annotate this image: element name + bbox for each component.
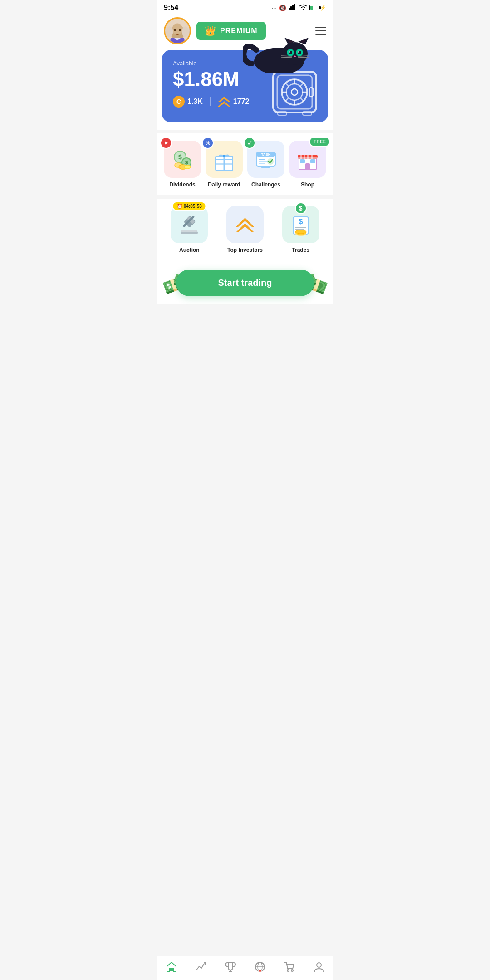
start-trading-button[interactable]: Start trading bbox=[176, 270, 314, 296]
svg-line-43 bbox=[285, 98, 289, 101]
nav-cart[interactable] bbox=[284, 961, 295, 973]
coins-stat: C 1.3K bbox=[173, 96, 203, 108]
svg-marker-47 bbox=[165, 141, 168, 145]
svg-point-104 bbox=[287, 970, 289, 971]
svg-text:$: $ bbox=[185, 160, 188, 165]
timer-value: 04:05:53 bbox=[184, 204, 202, 209]
home-icon bbox=[166, 961, 177, 973]
nav-chart[interactable] bbox=[195, 961, 207, 973]
coins-value: 1.3K bbox=[187, 98, 203, 106]
grid-3-items: ⏰ 04:05:53 Auction bbox=[164, 206, 326, 253]
svg-text:$: $ bbox=[299, 218, 303, 225]
nav-trophy[interactable] bbox=[225, 961, 236, 973]
cellular-icon bbox=[289, 4, 297, 12]
svg-rect-1 bbox=[290, 6, 292, 10]
svg-point-23 bbox=[289, 51, 290, 53]
trades-icon-box: $ $ bbox=[282, 206, 319, 243]
svg-rect-74 bbox=[307, 155, 309, 159]
dividends-icon-box: $ $ bbox=[164, 141, 201, 178]
shop-label: Shop bbox=[301, 181, 314, 188]
dividends-label: Dividends bbox=[169, 181, 195, 188]
svg-point-8 bbox=[182, 26, 189, 37]
top-investors-card[interactable]: Top Investors bbox=[220, 206, 271, 253]
nav-profile[interactable] bbox=[313, 961, 325, 973]
balance-section: Available $1.86M C 1.3K 1772 bbox=[157, 50, 333, 130]
status-time: 9:54 bbox=[164, 4, 178, 12]
hamburger-line-1 bbox=[315, 27, 326, 28]
svg-point-13 bbox=[282, 42, 308, 65]
top-investors-icon-box bbox=[226, 206, 264, 243]
avatar-image bbox=[165, 19, 190, 43]
hamburger-line-3 bbox=[315, 34, 326, 35]
shop-icon bbox=[295, 147, 320, 172]
second-grid-section: ⏰ 04:05:53 Auction bbox=[157, 199, 333, 260]
svg-point-105 bbox=[291, 970, 293, 971]
status-bar: 9:54 ··· 🔇 ⚡ bbox=[157, 0, 333, 14]
svg-point-106 bbox=[317, 963, 321, 967]
coin-icon: C bbox=[173, 96, 185, 108]
avatar[interactable] bbox=[164, 17, 191, 44]
svg-rect-59 bbox=[216, 163, 233, 165]
bottom-nav bbox=[157, 956, 333, 980]
top-investors-label: Top Investors bbox=[227, 247, 263, 253]
hamburger-line-2 bbox=[315, 30, 326, 32]
svg-point-6 bbox=[172, 24, 182, 35]
svg-line-42 bbox=[300, 83, 304, 87]
svg-line-28 bbox=[281, 57, 292, 58]
svg-rect-93 bbox=[170, 969, 173, 971]
auction-icon-box: ⏰ 04:05:53 bbox=[171, 206, 208, 243]
rank-stat: 1772 bbox=[218, 97, 250, 107]
challenges-icon-box: ✓ TASK bbox=[247, 141, 284, 178]
dividends-card[interactable]: $ $ Dividends bbox=[164, 141, 201, 188]
svg-point-58 bbox=[223, 155, 225, 157]
svg-rect-77 bbox=[300, 159, 305, 163]
trophy-icon bbox=[225, 961, 236, 973]
first-grid-section: $ $ Dividends % bbox=[157, 133, 333, 195]
svg-rect-83 bbox=[181, 230, 197, 232]
stat-divider bbox=[210, 97, 211, 106]
svg-point-103 bbox=[259, 970, 261, 972]
nav-globe[interactable] bbox=[254, 961, 266, 973]
rank-value: 1772 bbox=[233, 98, 250, 106]
trades-icon: $ bbox=[289, 212, 313, 237]
globe-icon bbox=[254, 961, 266, 973]
svg-point-92 bbox=[295, 230, 306, 234]
svg-line-27 bbox=[281, 56, 292, 56]
trading-section: 💵 💵 💵 💵 Start trading bbox=[157, 260, 333, 304]
mute-icon: 🔇 bbox=[279, 5, 286, 11]
daily-reward-badge: % bbox=[202, 137, 214, 149]
dividends-icon: $ $ bbox=[170, 147, 195, 172]
chart-icon bbox=[195, 961, 207, 973]
daily-reward-card[interactable]: % Daily reward bbox=[206, 141, 243, 188]
nav-home[interactable] bbox=[166, 961, 177, 973]
trades-dollar-badge: $ bbox=[295, 202, 307, 214]
challenges-card[interactable]: ✓ TASK Challenges bbox=[247, 141, 284, 188]
trades-card[interactable]: $ $ Trades bbox=[275, 206, 326, 253]
cart-icon bbox=[284, 961, 295, 973]
nav-spacer bbox=[157, 394, 333, 431]
empty-content-area bbox=[157, 304, 333, 394]
svg-rect-0 bbox=[289, 8, 290, 10]
auction-card[interactable]: ⏰ 04:05:53 Auction bbox=[164, 206, 215, 253]
svg-point-7 bbox=[166, 26, 173, 37]
auction-timer-badge: ⏰ 04:05:53 bbox=[172, 201, 206, 211]
svg-rect-73 bbox=[304, 155, 305, 159]
battery-bolt-icon: ⚡ bbox=[320, 5, 326, 11]
shop-card[interactable]: FREE bbox=[289, 141, 326, 188]
svg-line-41 bbox=[300, 98, 304, 101]
shop-icon-box: FREE bbox=[289, 141, 326, 178]
hamburger-menu[interactable] bbox=[315, 27, 326, 35]
challenges-icon: TASK bbox=[254, 147, 278, 172]
svg-rect-68 bbox=[261, 167, 270, 168]
svg-rect-75 bbox=[311, 155, 313, 159]
rank-chevron-icon bbox=[218, 97, 230, 107]
auction-icon bbox=[177, 212, 201, 237]
svg-rect-78 bbox=[310, 159, 315, 163]
svg-text:TASK: TASK bbox=[261, 152, 270, 157]
daily-reward-icon bbox=[212, 147, 236, 172]
daily-reward-label: Daily reward bbox=[208, 181, 240, 188]
profile-icon bbox=[313, 961, 325, 973]
signal-dots-icon: ··· bbox=[272, 5, 277, 11]
dividends-play-badge bbox=[160, 137, 172, 149]
svg-text:$: $ bbox=[178, 153, 182, 161]
